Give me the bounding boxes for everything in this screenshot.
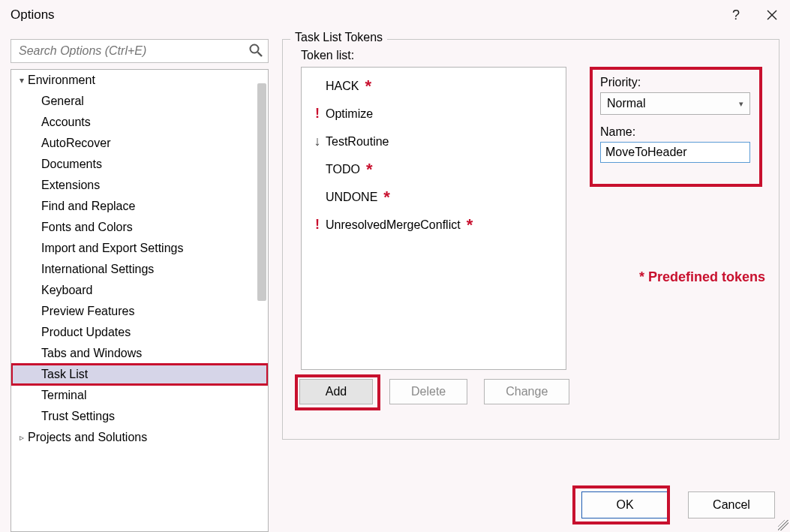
tree-node-label: Task List — [41, 368, 88, 381]
add-button[interactable]: Add — [299, 379, 373, 404]
predefined-star-icon: * — [467, 217, 473, 233]
tree-node-label: Environment — [28, 74, 95, 87]
exclamation-icon: ! — [309, 217, 326, 233]
token-label: UnresolvedMergeConflict — [326, 218, 461, 232]
token-item[interactable]: !Optimize — [302, 100, 566, 128]
help-icon: ? — [732, 8, 740, 23]
svg-line-3 — [258, 53, 263, 57]
tree-node-task-list[interactable]: Task List — [11, 364, 268, 385]
tree-node-label: Projects and Solutions — [28, 431, 147, 444]
chevron-right-icon: ▹ — [16, 432, 28, 443]
token-item[interactable]: !UnresolvedMergeConflict* — [302, 211, 566, 239]
predefined-star-icon: * — [365, 78, 371, 95]
tree-node-find-and-replace[interactable]: Find and Replace — [11, 196, 268, 217]
ok-button[interactable]: OK — [581, 491, 668, 518]
tree-node-preview-features[interactable]: Preview Features — [11, 301, 268, 322]
token-item[interactable]: ↓TestRoutine — [302, 128, 566, 155]
tree-node-label: Trust Settings — [41, 410, 115, 423]
token-list[interactable]: HACK*!Optimize↓TestRoutineTODO*UNDONE*!U… — [301, 67, 566, 370]
tree-node-general[interactable]: General — [11, 91, 268, 112]
arrow-down-icon: ↓ — [309, 134, 326, 149]
svg-point-2 — [251, 45, 259, 53]
right-column: Task List Tokens Token list: HACK*!Optim… — [282, 39, 779, 532]
exclamation-icon: ! — [309, 106, 326, 122]
change-button[interactable]: Change — [484, 379, 569, 404]
tree-node-label: General — [41, 95, 84, 108]
priority-value: Normal — [607, 97, 646, 110]
name-input[interactable] — [600, 142, 750, 163]
token-label: HACK — [326, 80, 359, 93]
tree-node-label: AutoRecover — [41, 137, 111, 150]
help-button[interactable]: ? — [718, 0, 754, 30]
token-item[interactable]: TODO* — [302, 155, 566, 183]
tree-node-tabs-and-windows[interactable]: Tabs and Windows — [11, 343, 268, 364]
tree-node-documents[interactable]: Documents — [11, 154, 268, 175]
dialog-buttons: OK Cancel — [581, 491, 775, 518]
tree-node-label: Keyboard — [41, 284, 93, 297]
tree-node-environment[interactable]: ▾ Environment — [11, 70, 268, 91]
search-input[interactable] — [17, 44, 244, 59]
predefined-tokens-note: * Predefined tokens — [639, 269, 765, 285]
left-column: ▾ Environment GeneralAccountsAutoRecover… — [11, 39, 269, 532]
cancel-button[interactable]: Cancel — [688, 491, 775, 518]
token-label: TestRoutine — [326, 135, 389, 149]
name-label: Name: — [600, 125, 752, 139]
tree-node-terminal[interactable]: Terminal — [11, 385, 268, 406]
priority-name-panel: Priority: Normal ▾ Name: — [590, 67, 762, 187]
tree-node-import-and-export-settings[interactable]: Import and Export Settings — [11, 238, 268, 259]
tree-node-label: Product Updates — [41, 326, 131, 339]
delete-button[interactable]: Delete — [389, 379, 467, 404]
tree-node-projects-solutions[interactable]: ▹ Projects and Solutions — [11, 427, 268, 448]
tree-node-label: Accounts — [41, 116, 91, 129]
resize-grip-icon[interactable] — [778, 520, 788, 530]
token-item[interactable]: UNDONE* — [302, 183, 566, 211]
tree-scrollbar[interactable] — [257, 83, 266, 301]
tree-node-label: Documents — [41, 158, 102, 171]
tree-node-extensions[interactable]: Extensions — [11, 175, 268, 196]
tree-node-product-updates[interactable]: Product Updates — [11, 322, 268, 343]
priority-label: Priority: — [600, 76, 752, 89]
task-list-tokens-group: Task List Tokens Token list: HACK*!Optim… — [282, 39, 779, 440]
close-icon — [767, 10, 777, 20]
tree-node-label: Tabs and Windows — [41, 347, 142, 360]
tree-node-fonts-and-colors[interactable]: Fonts and Colors — [11, 217, 268, 238]
tree-node-label: Find and Replace — [41, 200, 135, 213]
close-button[interactable] — [754, 0, 790, 30]
tree-node-autorecover[interactable]: AutoRecover — [11, 133, 268, 154]
group-title: Task List Tokens — [290, 31, 387, 44]
tree-node-international-settings[interactable]: International Settings — [11, 259, 268, 280]
options-tree[interactable]: ▾ Environment GeneralAccountsAutoRecover… — [11, 69, 269, 532]
tree-node-label: Fonts and Colors — [41, 221, 133, 234]
token-item[interactable]: HACK* — [302, 72, 566, 100]
search-input-wrap[interactable] — [11, 39, 269, 63]
options-dialog: Options ? — [0, 0, 790, 532]
predefined-star-icon: * — [366, 161, 373, 178]
token-label: TODO — [326, 163, 360, 176]
search-icon — [248, 43, 263, 61]
window-title: Options — [11, 8, 718, 23]
token-buttons-row: Add Delete Change — [299, 379, 569, 404]
tree-node-label: Extensions — [41, 179, 100, 192]
token-label: UNDONE — [326, 191, 377, 204]
priority-select[interactable]: Normal ▾ — [600, 92, 750, 115]
tree-node-trust-settings[interactable]: Trust Settings — [11, 406, 268, 427]
tree-node-keyboard[interactable]: Keyboard — [11, 280, 268, 301]
tree-node-label: Preview Features — [41, 305, 135, 318]
tree-node-accounts[interactable]: Accounts — [11, 112, 268, 133]
predefined-star-icon: * — [383, 189, 390, 206]
tree-node-label: Terminal — [41, 389, 86, 402]
titlebar: Options ? — [0, 0, 790, 30]
chevron-down-icon: ▾ — [16, 75, 28, 86]
token-list-label: Token list: — [301, 49, 354, 62]
token-label: Optimize — [326, 107, 373, 121]
tree-node-label: International Settings — [41, 263, 154, 276]
chevron-down-icon: ▾ — [739, 99, 743, 109]
tree-node-label: Import and Export Settings — [41, 242, 183, 255]
